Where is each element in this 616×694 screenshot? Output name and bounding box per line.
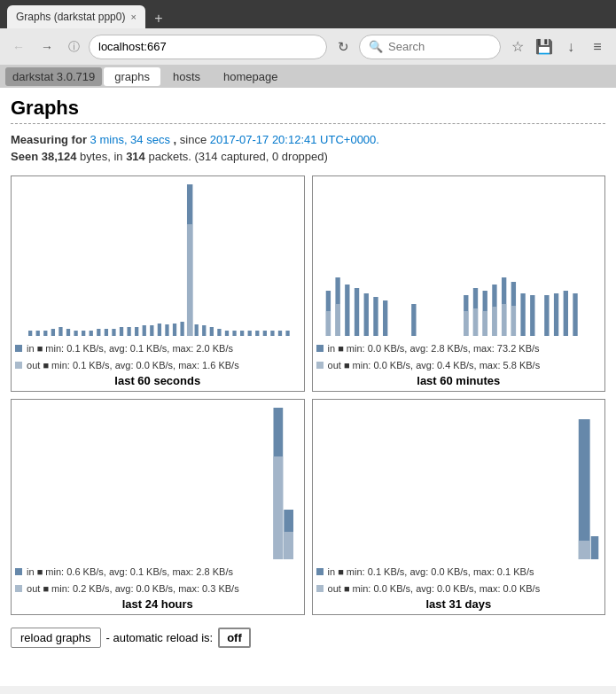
svg-rect-18: [165, 324, 168, 336]
forward-button[interactable]: →: [35, 35, 58, 58]
svg-rect-8: [90, 331, 93, 336]
page-title: Graphs: [11, 97, 605, 124]
graph-60s-legend-out: out ■ min: 0.1 KB/s, avg: 0.0 KB/s, max:…: [15, 358, 300, 373]
graph-24h-legend-out: out ■ min: 0.2 KB/s, avg: 0.0 KB/s, max:…: [15, 581, 300, 597]
reload-graphs-button[interactable]: reload graphs: [11, 628, 101, 648]
main-content: Graphs Measuring for 3 mins, 34 secs , s…: [0, 88, 616, 657]
svg-rect-68: [578, 419, 589, 559]
svg-rect-30: [248, 331, 252, 336]
address-input[interactable]: [98, 40, 317, 53]
graph-60m-legend-in: in ■ min: 0.0 KB/s, avg: 2.8 KB/s, max: …: [316, 341, 602, 356]
svg-rect-39: [335, 304, 339, 336]
svg-rect-32: [263, 331, 267, 336]
graph-31d-canvas: [316, 403, 602, 563]
graph-31d-legend-out: out ■ min: 0.0 KB/s, avg: 0.0 KB/s, max:…: [316, 581, 602, 597]
svg-rect-19: [173, 324, 176, 336]
page-content: darkstat 3.0.719 graphs hosts homepage G…: [0, 66, 616, 686]
since-label: since: [180, 133, 207, 146]
seen-bytes: 38,124: [42, 150, 77, 163]
nav-graphs[interactable]: graphs: [104, 67, 160, 86]
legend-out-color-4: [316, 585, 324, 592]
graph-60m-canvas: [316, 180, 602, 339]
back-button[interactable]: ←: [7, 35, 30, 58]
svg-rect-60: [544, 295, 549, 336]
tab-bar: Graphs (darkstat ppp0) × +: [7, 0, 168, 28]
graphs-grid: in ■ min: 0.1 KB/s, avg: 0.1 KB/s, max: …: [11, 175, 605, 615]
svg-rect-41: [354, 288, 358, 336]
svg-rect-62: [563, 291, 567, 336]
svg-rect-57: [492, 307, 496, 336]
svg-rect-3: [51, 329, 55, 336]
graph-31d: in ■ min: 0.1 KB/s, avg: 0.0 KB/s, max: …: [312, 399, 606, 615]
seen-label: Seen: [11, 150, 38, 163]
seen-dropped: 0: [272, 150, 278, 163]
svg-rect-31: [255, 331, 259, 336]
bookmark-star-button[interactable]: ☆: [506, 35, 529, 58]
since-value: 2017-07-17 20:12:41 UTC+0000.: [210, 133, 379, 146]
svg-rect-2: [43, 331, 47, 336]
graph-24h: in ■ min: 0.6 KB/s, avg: 0.1 KB/s, max: …: [11, 399, 305, 615]
search-input[interactable]: [388, 40, 491, 53]
app-brand: darkstat 3.0.719: [5, 67, 102, 86]
app-nav: darkstat 3.0.719 graphs hosts homepage: [0, 66, 616, 88]
svg-rect-12: [120, 327, 123, 336]
address-bar[interactable]: [89, 35, 327, 59]
legend-in-color-3: [15, 568, 22, 575]
svg-rect-61: [553, 293, 558, 336]
save-button[interactable]: 💾: [533, 35, 556, 58]
svg-rect-4: [58, 327, 62, 336]
svg-rect-24: [202, 325, 206, 336]
page-reload-button[interactable]: ↻: [332, 36, 354, 58]
svg-rect-70: [590, 536, 598, 559]
svg-rect-16: [150, 325, 153, 336]
svg-rect-15: [143, 325, 146, 336]
seen-packets-unit: packets.: [148, 150, 191, 163]
search-bar[interactable]: 🔍: [359, 35, 501, 59]
graph-60m-legend-out: out ■ min: 0.0 KB/s, avg: 0.4 KB/s, max:…: [316, 358, 602, 373]
measuring-duration: 3 mins, 34 secs: [90, 133, 170, 146]
svg-rect-6: [74, 331, 77, 336]
svg-rect-37: [325, 311, 330, 336]
nav-hosts[interactable]: hosts: [162, 67, 211, 86]
seen-bytes-unit: bytes, in: [80, 150, 122, 163]
legend-in-color: [15, 345, 22, 352]
svg-rect-42: [363, 293, 368, 336]
svg-rect-0: [28, 331, 32, 336]
measuring-info: Measuring for 3 mins, 34 secs , since 20…: [11, 133, 605, 146]
graph-24h-title: last 24 hours: [15, 597, 300, 611]
measuring-label: Measuring for: [11, 133, 87, 146]
more-button[interactable]: ≡: [586, 35, 609, 58]
info-button[interactable]: ⓘ: [64, 37, 83, 57]
svg-rect-69: [578, 541, 589, 559]
nav-homepage[interactable]: homepage: [213, 67, 288, 86]
svg-rect-5: [66, 329, 70, 336]
graph-60m-title: last 60 minutes: [316, 374, 602, 387]
graph-31d-title: last 31 days: [316, 597, 602, 611]
svg-rect-23: [195, 324, 199, 336]
svg-rect-26: [217, 329, 221, 336]
svg-rect-56: [482, 311, 487, 336]
svg-rect-63: [573, 293, 577, 336]
search-icon: 🔍: [369, 40, 383, 53]
seen-captured: 314: [199, 150, 218, 163]
svg-rect-11: [112, 329, 115, 336]
tab-close-button[interactable]: ×: [130, 12, 136, 22]
auto-reload-label: - automatic reload is:: [106, 631, 214, 644]
active-tab[interactable]: Graphs (darkstat ppp0) ×: [7, 5, 145, 28]
svg-rect-28: [232, 331, 236, 336]
graph-60s: in ■ min: 0.1 KB/s, avg: 0.1 KB/s, max: …: [11, 175, 305, 392]
svg-rect-25: [210, 327, 214, 336]
new-tab-button[interactable]: +: [149, 9, 168, 28]
svg-rect-44: [383, 300, 387, 336]
svg-rect-29: [240, 331, 244, 336]
svg-rect-54: [464, 311, 468, 336]
auto-reload-toggle[interactable]: off: [218, 628, 251, 648]
legend-in-color-4: [316, 568, 324, 575]
legend-out-color: [15, 362, 22, 369]
svg-rect-27: [225, 331, 229, 336]
svg-rect-40: [345, 285, 349, 336]
download-button[interactable]: ↓: [559, 35, 582, 58]
svg-rect-13: [127, 327, 130, 336]
svg-rect-52: [520, 293, 525, 336]
graph-24h-canvas: [15, 403, 300, 563]
